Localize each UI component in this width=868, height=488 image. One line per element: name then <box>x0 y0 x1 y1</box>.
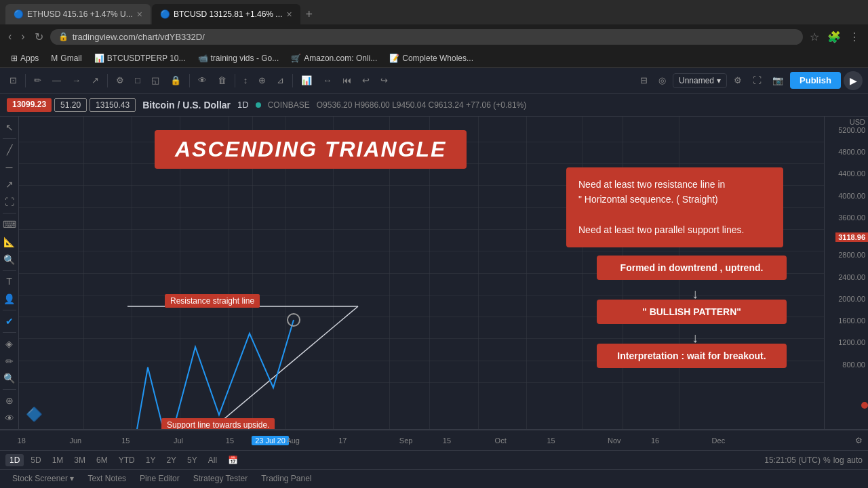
footer-strategy-tester[interactable]: Strategy Tester <box>186 472 254 486</box>
tf-1y[interactable]: 1Y <box>142 454 160 466</box>
bar-type-btn[interactable]: 📊 <box>297 73 316 88</box>
indicator-btn[interactable]: ⚙ <box>112 73 128 88</box>
training-label: training vids - Go... <box>211 54 279 63</box>
undo-btn[interactable]: ↩ <box>358 73 374 88</box>
arrow-btn[interactable]: → <box>68 73 85 88</box>
arrow2-btn[interactable]: ↗ <box>87 73 103 88</box>
fullscreen-btn[interactable]: ⛶ <box>749 73 766 88</box>
compare-btn[interactable]: ↔ <box>319 73 336 88</box>
add-btn[interactable]: ⊕ <box>254 73 270 88</box>
bookmark-gmail[interactable]: M Gmail <box>45 52 87 64</box>
url-bar[interactable]: 🔒 tradingview.com/chart/vdYB332D/ <box>50 29 803 45</box>
footer-stock-screener[interactable]: Stock Screener ▾ <box>5 472 81 486</box>
info-line1: Need at least two resistance line in <box>578 177 771 192</box>
footer-text-notes[interactable]: Text Notes <box>81 472 133 486</box>
tf-2y[interactable]: 2Y <box>162 454 180 466</box>
lock-icon: 🔒 <box>58 32 68 41</box>
price-scroll-indicator[interactable] <box>861 402 868 409</box>
status-auto: auto <box>847 455 863 465</box>
arrow-tool[interactable]: ↗ <box>1 176 18 192</box>
note-tool[interactable]: 👤 <box>1 291 18 307</box>
square-btn[interactable]: □ <box>131 73 144 88</box>
shape-btn[interactable]: ◱ <box>147 73 163 88</box>
price-2800: 2800.00 <box>838 251 865 259</box>
tf-5d[interactable]: 5D <box>26 454 45 466</box>
address-bar: ‹ › ↻ 🔒 tradingview.com/chart/vdYB332D/ … <box>0 24 868 49</box>
refresh-button[interactable]: ↻ <box>32 29 46 45</box>
tf-1m[interactable]: 1M <box>48 454 68 466</box>
redo-btn[interactable]: ↪ <box>376 73 392 88</box>
zoom-tool[interactable]: 🔍 <box>1 371 18 387</box>
trend-line-tool[interactable]: ╱ <box>1 142 18 158</box>
tab-eth-title: ETHUSD 415.16 +1.47% U... <box>27 9 133 19</box>
tab-btc-close[interactable]: × <box>286 9 292 20</box>
trash-btn[interactable]: 🗑 <box>214 73 231 88</box>
tf-calendar[interactable]: 📅 <box>224 454 242 466</box>
bookmark-apps[interactable]: ⊞ Apps <box>5 52 44 64</box>
pencil-btn[interactable]: ✏ <box>30 73 45 88</box>
tf-all[interactable]: All <box>204 454 221 466</box>
back-button[interactable]: ‹ <box>5 29 14 44</box>
long-tool[interactable]: ◈ <box>1 336 18 352</box>
publish-button[interactable]: Publish <box>790 72 841 89</box>
tab-eth[interactable]: 🔵 ETHUSD 415.16 +1.47% U... × <box>5 4 151 24</box>
chart-canvas[interactable]: ASCENDING TRIANGLE Need at least two res… <box>19 117 824 429</box>
left-toolbar: ↖ ╱ ─ ↗ ⛶ ⌨ 📐 🔍 T 👤 ✔ ◈ ✏ 🔍 ⊛ 👁 <box>0 117 19 429</box>
complete-icon: 📝 <box>389 54 399 63</box>
camera-btn[interactable]: 📷 <box>768 73 787 88</box>
price-1600: 1600.00 <box>838 317 865 325</box>
btcperp-label: BTCUSDTPERP 10... <box>107 54 186 63</box>
replay-btn[interactable]: ⏮ <box>338 73 355 88</box>
measure-tool[interactable]: ✏ <box>1 353 18 369</box>
extensions-button[interactable]: 🧩 <box>825 29 844 45</box>
time-jun: Jun <box>69 436 81 445</box>
forward-button[interactable]: › <box>18 29 27 44</box>
tf-5y[interactable]: 5Y <box>183 454 201 466</box>
tf-ytd[interactable]: YTD <box>115 454 139 466</box>
bookmark-complete[interactable]: 📝 Complete Wholes... <box>384 52 479 64</box>
bookmark-star-button[interactable]: ☆ <box>807 29 822 45</box>
info-box: Need at least two resistance line in " H… <box>566 167 783 247</box>
line-btn[interactable]: — <box>48 73 65 88</box>
magnet-btn[interactable]: ⊿ <box>273 73 288 88</box>
tf-6m[interactable]: 6M <box>92 454 112 466</box>
tab-btc[interactable]: 🔵 BTCUSD 13125.81 +1.46% ... × <box>152 4 300 24</box>
magnet-tool[interactable]: ⊛ <box>1 392 18 409</box>
lock-btn[interactable]: 🔒 <box>166 73 185 88</box>
check-tool[interactable]: ✔ <box>1 313 18 329</box>
watch-tool[interactable]: 👁 <box>1 410 18 426</box>
poly-tool[interactable]: ⛶ <box>1 194 18 210</box>
play-button[interactable]: ▶ <box>844 71 863 90</box>
horizontal-line-tool[interactable]: ─ <box>1 159 18 176</box>
time-15a: 15 <box>121 436 130 445</box>
text-tool[interactable]: T <box>1 274 18 290</box>
symbol-timeframe: 1D <box>237 100 249 110</box>
fib-tool[interactable]: 🔍 <box>1 251 18 268</box>
tf-1d[interactable]: 1D <box>5 454 24 466</box>
time-settings-btn[interactable]: ⚙ <box>855 436 863 445</box>
measure-btn[interactable]: ↕ <box>239 73 252 88</box>
amazon-label: Amazon.com: Onli... <box>304 54 377 63</box>
bookmark-btcperp[interactable]: 📊 BTCUSDTPERP 10... <box>89 52 191 64</box>
screenshot-btn[interactable]: ◎ <box>654 73 670 88</box>
bookmark-training[interactable]: 📹 training vids - Go... <box>193 52 285 64</box>
layout-btn[interactable]: ⊡ <box>5 73 21 88</box>
resistance-label: Resistance straight line <box>165 294 260 308</box>
bookmark-amazon[interactable]: 🛒 Amazon.com: Onli... <box>285 52 382 64</box>
footer-pine-editor[interactable]: Pine Editor <box>133 472 186 486</box>
tab-eth-close[interactable]: × <box>137 9 142 20</box>
new-tab-button[interactable]: + <box>302 7 317 22</box>
channel-tool[interactable]: ⌨ <box>1 216 18 232</box>
time-jul: Jul <box>174 436 183 445</box>
tv-toolbar: ⊡ ✏ — → ↗ ⚙ □ ◱ 🔒 👁 🗑 ↕ ⊕ ⊿ 📊 ↔ ⏮ ↩ ↪ ⊟ … <box>0 68 868 94</box>
menu-button[interactable]: ⋮ <box>846 29 863 45</box>
settings-btn[interactable]: ⚙ <box>730 73 746 88</box>
tf-3m[interactable]: 3M <box>70 454 90 466</box>
eye-btn[interactable]: 👁 <box>194 73 211 88</box>
time-dec: Dec <box>712 436 726 445</box>
pattern-tool[interactable]: 📐 <box>1 234 18 250</box>
cursor-tool[interactable]: ↖ <box>1 119 18 136</box>
unnamed-dropdown[interactable]: Unnamed ▾ <box>673 73 727 88</box>
fullscreen-exit-btn[interactable]: ⊟ <box>636 73 652 88</box>
footer-trading-panel[interactable]: Trading Panel <box>254 472 318 486</box>
